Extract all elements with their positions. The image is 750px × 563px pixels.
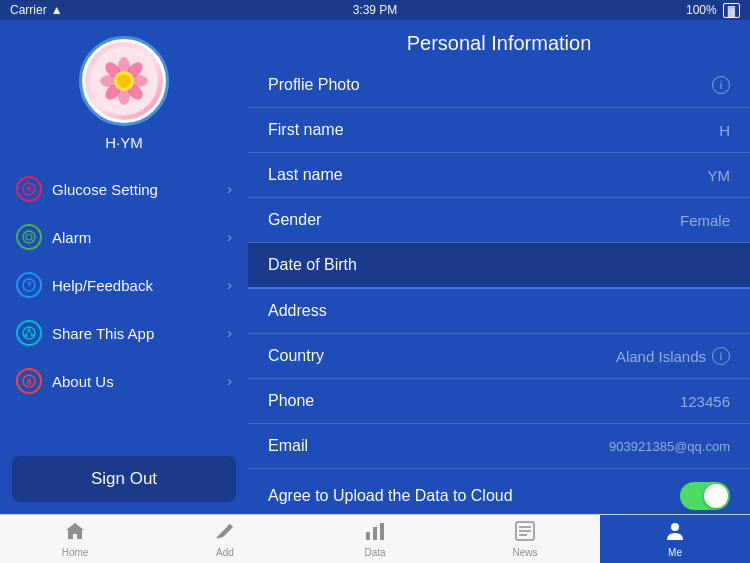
content-area: Personal Information Proflie Photo i Fir… <box>248 20 750 514</box>
form-value-container-gender: Female <box>680 212 730 229</box>
tab-home[interactable]: Home <box>0 515 150 563</box>
main-layout: H·YM Glucose Setting › Alarm › Help/Feed… <box>0 20 750 514</box>
svg-line-21 <box>29 330 32 335</box>
form-row-profile-photo[interactable]: Proflie Photo i <box>248 63 750 108</box>
tab-label-me: Me <box>668 547 682 558</box>
svg-rect-35 <box>366 532 370 540</box>
form-label-gender: Gender <box>268 211 321 229</box>
form-label-profile-photo: Proflie Photo <box>268 76 360 94</box>
tab-add[interactable]: Add <box>150 515 300 563</box>
form-label-email: Email <box>268 437 308 455</box>
chevron-right-icon: › <box>227 181 232 197</box>
tab-me[interactable]: Me <box>600 515 750 563</box>
form-label-last-name: Last name <box>268 166 343 184</box>
tab-news[interactable]: News <box>450 515 600 563</box>
form-value-container-phone: 123456 <box>680 393 730 410</box>
menu-icon-alarm <box>16 224 42 250</box>
form-value-country: Aland Islands <box>616 348 706 365</box>
form-value-container-country: Aland Islandsi <box>616 347 730 365</box>
menu-item-alarm[interactable]: Alarm › <box>0 213 248 261</box>
tab-icon-home <box>64 520 86 545</box>
form-row-last-name[interactable]: Last name YM <box>248 153 750 198</box>
svg-point-13 <box>23 231 35 243</box>
form-row-email[interactable]: Email 903921385@qq.com <box>248 424 750 469</box>
svg-rect-36 <box>373 527 377 540</box>
form-row-address[interactable]: Address <box>248 289 750 334</box>
page-title: Personal Information <box>248 20 750 63</box>
tab-icon-add <box>214 520 236 545</box>
form-value-container-first-name: H <box>719 122 730 139</box>
form-row-gender[interactable]: Gender Female <box>248 198 750 243</box>
form-value-first-name: H <box>719 122 730 139</box>
form-label-first-name: First name <box>268 121 344 139</box>
tab-data[interactable]: Data <box>300 515 450 563</box>
form-label-upload: Agree to Upload the Data to Cloud <box>268 487 513 505</box>
menu-item-about[interactable]: 8 About Us › <box>0 357 248 405</box>
chevron-right-icon: › <box>227 373 232 389</box>
battery-icon: ▓ <box>723 3 740 18</box>
wifi-icon: ▲ <box>51 3 63 17</box>
avatar-container <box>79 36 169 126</box>
form-value-last-name: YM <box>708 167 731 184</box>
form-label-country: Country <box>268 347 324 365</box>
svg-line-34 <box>228 525 230 527</box>
menu-item-glucose[interactable]: Glucose Setting › <box>0 165 248 213</box>
status-bar-time: 3:39 PM <box>353 3 398 17</box>
status-bar-left: Carrier ▲ <box>10 3 63 17</box>
sign-out-button[interactable]: Sign Out <box>12 456 236 502</box>
info-icon-country[interactable]: i <box>712 347 730 365</box>
menu-label-share: Share This App <box>52 325 154 342</box>
carrier-label: Carrier <box>10 3 47 17</box>
form-value-container-upload <box>680 482 730 510</box>
menu-label-help: Help/Feedback <box>52 277 153 294</box>
menu-icon-about: 8 <box>16 368 42 394</box>
menu-icon-share <box>16 320 42 346</box>
form-row-dob[interactable]: Date of Birth <box>248 243 750 289</box>
menu-item-share[interactable]: Share This App › <box>0 309 248 357</box>
info-icon-profile-photo[interactable]: i <box>712 76 730 94</box>
tab-icon-news <box>514 520 536 545</box>
tab-icon-data <box>364 520 386 545</box>
toggle-knob <box>704 484 728 508</box>
form-value-phone: 123456 <box>680 393 730 410</box>
tab-label-data: Data <box>364 547 385 558</box>
menu-label-glucose: Glucose Setting <box>52 181 158 198</box>
form-row-first-name[interactable]: First name H <box>248 108 750 153</box>
tab-label-add: Add <box>216 547 234 558</box>
form-value-email: 903921385@qq.com <box>609 439 730 454</box>
chevron-right-icon: › <box>227 277 232 293</box>
status-bar-right: 100% ▓ <box>686 3 740 18</box>
form-row-upload[interactable]: Agree to Upload the Data to Cloud <box>248 469 750 514</box>
sidebar: H·YM Glucose Setting › Alarm › Help/Feed… <box>0 20 248 514</box>
svg-point-42 <box>671 523 679 531</box>
form-value-container-profile-photo: i <box>712 76 730 94</box>
form-value-container-email: 903921385@qq.com <box>609 439 730 454</box>
form-label-address: Address <box>268 302 327 320</box>
menu-icon-glucose <box>16 176 42 202</box>
svg-point-12 <box>27 187 31 191</box>
chevron-right-icon: › <box>227 325 232 341</box>
svg-text:8: 8 <box>26 377 31 387</box>
menu-label-alarm: Alarm <box>52 229 91 246</box>
username: H·YM <box>105 134 143 151</box>
svg-point-10 <box>117 74 131 88</box>
menu-label-about: About Us <box>52 373 114 390</box>
form-list: Proflie Photo i First name H Last name Y… <box>248 63 750 514</box>
tab-label-news: News <box>512 547 537 558</box>
svg-line-20 <box>26 330 29 335</box>
upload-toggle[interactable] <box>680 482 730 510</box>
form-row-phone[interactable]: Phone 123456 <box>248 379 750 424</box>
avatar <box>85 42 163 120</box>
tab-bar: Home Add Data News Me <box>0 514 750 563</box>
menu-item-help[interactable]: Help/Feedback › <box>0 261 248 309</box>
form-value-container-last-name: YM <box>708 167 731 184</box>
menu-icon-help <box>16 272 42 298</box>
chevron-right-icon: › <box>227 229 232 245</box>
form-value-gender: Female <box>680 212 730 229</box>
menu-list: Glucose Setting › Alarm › Help/Feedback … <box>0 165 248 405</box>
form-row-country[interactable]: Country Aland Islandsi <box>248 334 750 379</box>
status-bar: Carrier ▲ 3:39 PM 100% ▓ <box>0 0 750 20</box>
tab-icon-me <box>664 520 686 545</box>
form-label-phone: Phone <box>268 392 314 410</box>
battery-label: 100% <box>686 3 717 17</box>
